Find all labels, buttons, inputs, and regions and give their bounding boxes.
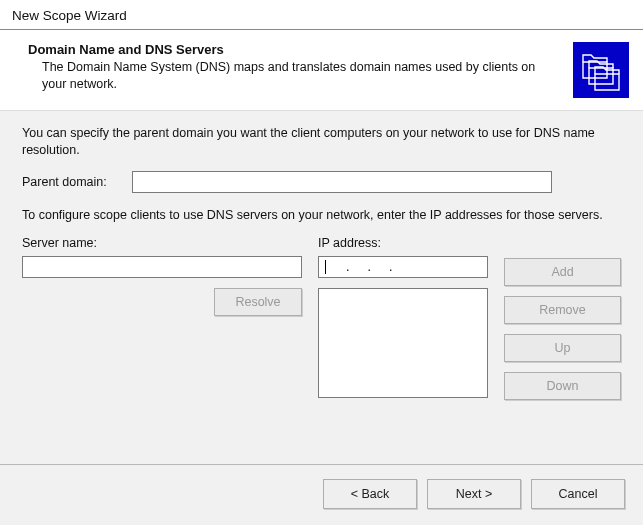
add-button[interactable]: Add xyxy=(504,258,621,286)
parent-domain-instruction: You can specify the parent domain you wa… xyxy=(22,125,621,159)
server-name-input[interactable] xyxy=(22,256,302,278)
page-heading: Domain Name and DNS Servers xyxy=(28,42,565,57)
dns-folders-icon xyxy=(573,42,629,98)
page-subheading: The Domain Name System (DNS) maps and tr… xyxy=(28,59,558,93)
down-button[interactable]: Down xyxy=(504,372,621,400)
wizard-window: New Scope Wizard Domain Name and DNS Ser… xyxy=(0,0,643,525)
ip-address-label: IP address: xyxy=(318,236,488,250)
wizard-content: You can specify the parent domain you wa… xyxy=(0,110,643,464)
cancel-button[interactable]: Cancel xyxy=(531,479,625,509)
ip-address-input[interactable]: . . . xyxy=(318,256,488,278)
ip-address-column: IP address: . . . xyxy=(318,236,488,400)
list-buttons-column: Add Remove Up Down xyxy=(504,236,621,400)
resolve-button[interactable]: Resolve xyxy=(214,288,302,316)
parent-domain-input[interactable] xyxy=(132,171,552,193)
window-title: New Scope Wizard xyxy=(0,0,643,30)
parent-domain-row: Parent domain: xyxy=(22,171,621,193)
wizard-footer: < Back Next > Cancel xyxy=(0,464,643,525)
dns-columns: Server name: Resolve IP address: . . . A… xyxy=(22,236,621,400)
next-button[interactable]: Next > xyxy=(427,479,521,509)
parent-domain-label: Parent domain: xyxy=(22,175,132,189)
server-name-column: Server name: Resolve xyxy=(22,236,302,400)
remove-button[interactable]: Remove xyxy=(504,296,621,324)
server-name-label: Server name: xyxy=(22,236,302,250)
dns-servers-instruction: To configure scope clients to use DNS se… xyxy=(22,207,621,224)
text-caret xyxy=(325,260,326,274)
up-button[interactable]: Up xyxy=(504,334,621,362)
dns-server-listbox[interactable] xyxy=(318,288,488,398)
wizard-header: Domain Name and DNS Servers The Domain N… xyxy=(0,30,643,110)
back-button[interactable]: < Back xyxy=(323,479,417,509)
